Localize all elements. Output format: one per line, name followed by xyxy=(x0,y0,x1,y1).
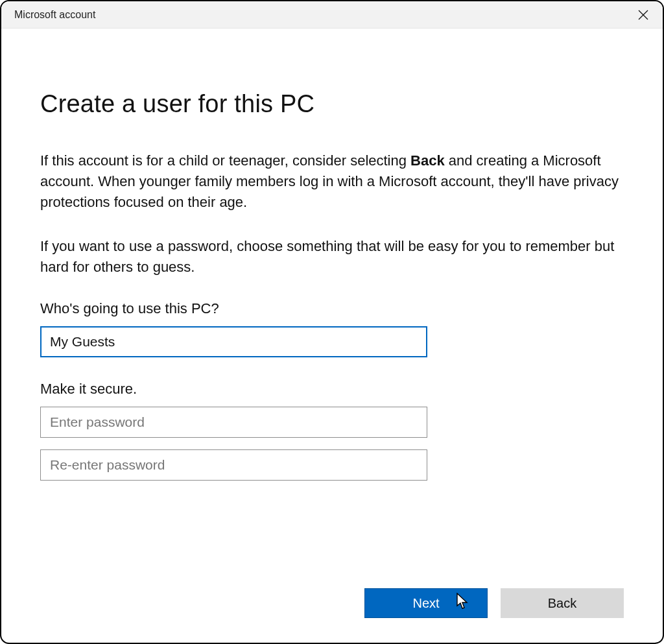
window-title: Microsoft account xyxy=(14,9,95,21)
intro1-bold: Back xyxy=(410,152,445,169)
next-button[interactable]: Next xyxy=(364,588,488,618)
password-confirm-input[interactable] xyxy=(40,449,427,481)
titlebar: Microsoft account xyxy=(1,1,663,29)
close-icon xyxy=(638,10,648,20)
close-button[interactable] xyxy=(635,7,651,23)
intro1-pre: If this account is for a child or teenag… xyxy=(40,152,410,169)
intro-paragraph-2: If you want to use a password, choose so… xyxy=(40,236,624,278)
page-heading: Create a user for this PC xyxy=(40,90,624,118)
dialog-content: Create a user for this PC If this accoun… xyxy=(1,29,663,643)
dialog-window: Microsoft account Create a user for this… xyxy=(0,0,664,644)
username-label: Who's going to use this PC? xyxy=(40,300,624,317)
back-button[interactable]: Back xyxy=(501,588,624,618)
password-group xyxy=(40,407,624,481)
dialog-footer: Next Back xyxy=(364,588,624,618)
username-input[interactable] xyxy=(40,326,427,357)
secure-label: Make it secure. xyxy=(40,381,624,398)
intro-paragraph-1: If this account is for a child or teenag… xyxy=(40,150,624,213)
password-input[interactable] xyxy=(40,407,427,438)
